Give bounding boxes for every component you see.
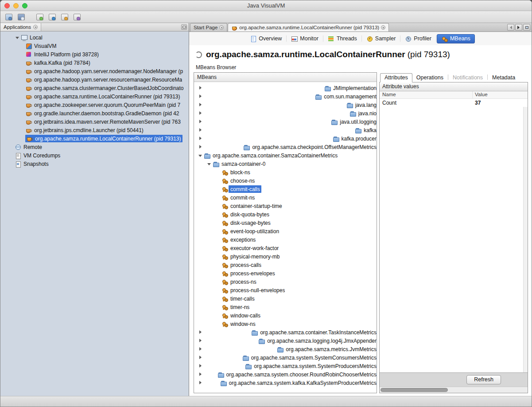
application-item-visualvm[interactable]: VisualVM: [0, 42, 189, 50]
mbean-item-window-calls[interactable]: window-calls: [194, 311, 377, 320]
zoom-window-button[interactable]: [22, 3, 27, 8]
tab-metadata[interactable]: Metadata: [488, 74, 519, 82]
scroll-tabs-left-button[interactable]: [507, 24, 514, 31]
application-item-vm-coredumps[interactable]: VM Coredumps: [0, 151, 189, 160]
tab-monitor[interactable]: Monitor: [287, 34, 322, 43]
mbean-item-container-startup-time[interactable]: container-startup-time: [194, 202, 377, 210]
mbean-item-disk-quota-bytes[interactable]: disk-quota-bytes: [194, 210, 377, 219]
expand-arrow-icon[interactable]: [198, 84, 324, 92]
mbean-item-kafka-producer[interactable]: kafka.producer: [194, 134, 377, 143]
mbean-item-org-apache-samza-system-systemconsumersmetrics[interactable]: org.apache.samza.system.SystemConsumersM…: [194, 353, 377, 362]
mbean-item-physical-memory-mb[interactable]: physical-memory-mb: [194, 252, 377, 261]
scroll-tabs-right-button[interactable]: [515, 24, 522, 31]
add-jmx-connection-icon[interactable]: [35, 13, 45, 21]
collapse-arrow-icon[interactable]: [198, 151, 204, 160]
mbean-item-event-loop-utilization[interactable]: event-loop-utilization: [194, 227, 377, 235]
minimize-panel-icon[interactable]: [181, 24, 187, 30]
application-item-org-apache-hadoop-yarn-server-nodemanager-nodemanager-p[interactable]: org.apache.hadoop.yarn.server.nodemanage…: [0, 67, 189, 75]
applications-tab[interactable]: Applications: [0, 23, 41, 31]
expand-arrow-icon[interactable]: [198, 134, 333, 143]
expand-arrow-icon[interactable]: [198, 101, 346, 109]
mbean-item-commit-ns[interactable]: commit-ns: [194, 193, 377, 202]
expand-arrow-icon[interactable]: [198, 370, 217, 379]
application-item-org-apache-samza-runtime-localcontainerrunner-pid-79313[interactable]: org.apache.samza.runtime.LocalContainerR…: [0, 92, 189, 101]
close-tab-icon[interactable]: [381, 25, 385, 30]
expand-arrow-icon[interactable]: [198, 143, 243, 151]
close-applications-icon[interactable]: [33, 25, 38, 29]
window-titlebar[interactable]: Java VisualVM: [0, 0, 532, 11]
expand-arrow-icon[interactable]: [198, 109, 349, 117]
application-item-org-apache-samza-clustermanager-clusterbasedjobcoordinato[interactable]: org.apache.samza.clustermanager.ClusterB…: [0, 84, 189, 92]
collapse-arrow-icon[interactable]: [15, 33, 21, 42]
expand-arrow-icon[interactable]: [198, 117, 331, 126]
mbean-item-kafka[interactable]: kafka: [194, 126, 377, 134]
vertical-scrollbar[interactable]: [523, 107, 528, 372]
expand-arrow-icon[interactable]: [198, 92, 315, 101]
load-snapshot-icon[interactable]: [4, 13, 14, 21]
thread-dump-icon[interactable]: [60, 13, 70, 21]
tab-sampler[interactable]: Sampler: [362, 34, 400, 43]
tab-attributes[interactable]: Attributes: [380, 73, 412, 82]
tab-operations[interactable]: Operations: [412, 74, 447, 82]
tab-overview[interactable]: Overview: [246, 34, 286, 43]
mbean-item-java-nio[interactable]: java.nio: [194, 109, 377, 117]
mbean-item-process-calls[interactable]: process-calls: [194, 261, 377, 269]
mbean-item-window-ns[interactable]: window-ns: [194, 320, 377, 328]
save-icon[interactable]: [17, 13, 27, 21]
heap-dump-icon[interactable]: [48, 13, 58, 21]
close-tab-icon[interactable]: [219, 25, 224, 30]
expand-arrow-icon[interactable]: [198, 328, 251, 337]
expand-arrow-icon[interactable]: [198, 379, 220, 387]
application-item-org-gradle-launcher-daemon-bootstrap-gradledaemon-pid-42[interactable]: org.gradle.launcher.daemon.bootstrap.Gra…: [0, 109, 189, 117]
collapse-arrow-icon[interactable]: [206, 160, 213, 168]
mbean-item-org-apache-samza-logging-log4j-jmxappender[interactable]: org.apache.samza.logging.log4j.JmxAppend…: [194, 337, 377, 345]
minimize-window-button[interactable]: [13, 3, 19, 8]
refresh-button[interactable]: Refresh: [466, 375, 501, 384]
expand-arrow-icon[interactable]: [198, 362, 245, 370]
application-item-snapshots[interactable]: Snapshots: [0, 160, 189, 168]
application-item-intellij-platform-pid-38728[interactable]: IntelliJ Platform (pid 38728): [0, 50, 189, 59]
application-snapshot-icon[interactable]: [73, 13, 82, 21]
mbean-item-org-apache-samza-container-samzacontainermetrics[interactable]: org.apache.samza.container.SamzaContaine…: [194, 151, 377, 160]
attribute-row[interactable]: Count37: [380, 99, 528, 107]
mbean-item-timer-ns[interactable]: timer-ns: [194, 303, 377, 311]
mbean-item-process-null-envelopes[interactable]: process-null-envelopes: [194, 286, 377, 294]
mbean-item-org-apache-samza-checkpoint-offsetmanagermetrics[interactable]: org.apache.samza.checkpoint.OffsetManage…: [194, 143, 377, 151]
mbean-item-block-ns[interactable]: block-ns: [194, 168, 377, 176]
mbean-item-com-sun-management[interactable]: com.sun.management: [194, 92, 377, 101]
application-item-local[interactable]: Local: [0, 33, 189, 42]
application-item-org-jetbrains-jps-cmdline-launcher-pid-50441[interactable]: org.jetbrains.jps.cmdline.Launcher (pid …: [0, 126, 189, 134]
mbean-item-timer-calls[interactable]: timer-calls: [194, 294, 377, 303]
expand-arrow-icon[interactable]: [198, 126, 355, 134]
application-item-org-apache-hadoop-yarn-server-resourcemanager-resourcema[interactable]: org.apache.hadoop.yarn.server.resourcema…: [0, 75, 189, 84]
application-item-org-jetbrains-idea-maven-server-remotemavenserver-pid-763[interactable]: org.jetbrains.idea.maven.server.RemoteMa…: [0, 117, 189, 126]
mbean-item-executor-work-factor[interactable]: executor-work-factor: [194, 244, 377, 252]
mbean-item-process-ns[interactable]: process-ns: [194, 278, 377, 286]
tab-mbeans[interactable]: MBeans: [437, 34, 475, 43]
mbean-item-choose-ns[interactable]: choose-ns: [194, 176, 377, 185]
mbean-item-commit-calls[interactable]: commit-calls: [194, 185, 377, 193]
tab-start-page[interactable]: Start Page: [190, 23, 227, 31]
expand-arrow-icon[interactable]: [198, 337, 258, 345]
horizontal-scrollbar-thumb[interactable]: [381, 388, 448, 392]
expand-arrow-icon[interactable]: [198, 353, 242, 362]
mbean-item-exceptions[interactable]: exceptions: [194, 235, 377, 244]
application-item-remote[interactable]: Remote: [0, 143, 189, 151]
mbean-item-samza-container-0[interactable]: samza-container-0: [194, 160, 377, 168]
mbean-item-org-apache-samza-system-kafka-kafkasystemproducermetrics[interactable]: org.apache.samza.system.kafka.KafkaSyste…: [194, 379, 377, 387]
application-item-org-apache-zookeeper-server-quorum-quorumpeermain-pid-7[interactable]: org.apache.zookeeper.server.quorum.Quoru…: [0, 101, 189, 109]
mbean-item-process-envelopes[interactable]: process-envelopes: [194, 269, 377, 278]
column-header-value[interactable]: Value: [473, 91, 528, 98]
application-item-org-apache-samza-runtime-localcontainerrunner-pid-79313[interactable]: org.apache.samza.runtime.LocalContainerR…: [0, 134, 189, 143]
mbean-item-org-apache-samza-container-taskinstancemetrics[interactable]: org.apache.samza.container.TaskInstanceM…: [194, 328, 377, 337]
maximize-view-button[interactable]: [523, 24, 530, 31]
tab-localcontainerrunner[interactable]: org.apache.samza.runtime.LocalContainerR…: [228, 23, 389, 31]
tab-threads[interactable]: Threads: [324, 34, 361, 43]
expand-arrow-icon[interactable]: [198, 345, 277, 353]
mbean-item-org-apache-samza-system-systemproducersmetrics[interactable]: org.apache.samza.system.SystemProducersM…: [194, 362, 377, 370]
application-item-kafka-kafka-pid-78784[interactable]: kafka.Kafka (pid 78784): [0, 59, 189, 67]
column-header-name[interactable]: Name: [380, 91, 473, 98]
tab-profiler[interactable]: Profiler: [401, 34, 435, 43]
close-window-button[interactable]: [4, 3, 10, 8]
mbean-item-org-apache-samza-metrics-jvmmetrics[interactable]: org.apache.samza.metrics.JvmMetrics: [194, 345, 377, 353]
